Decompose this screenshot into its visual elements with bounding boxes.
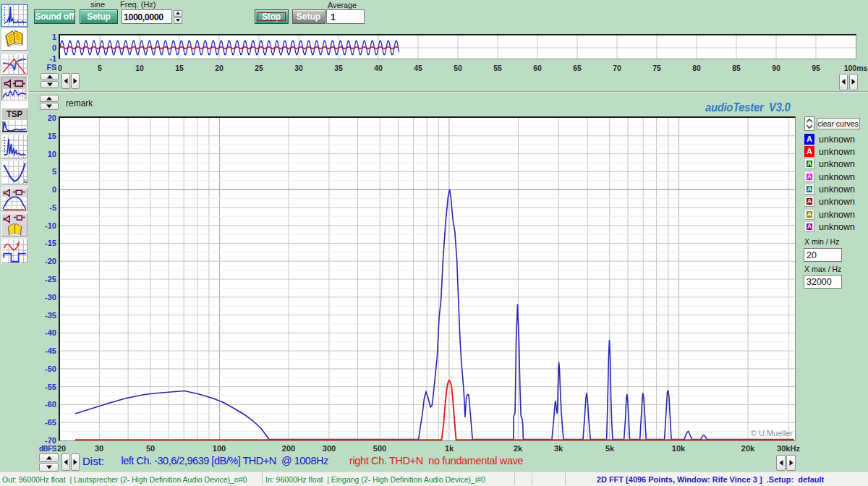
svg-text:© U.Mueller: © U.Mueller — [751, 429, 793, 438]
svg-text:ω: ω — [23, 177, 27, 184]
svg-text:TSP: TSP — [7, 109, 22, 120]
